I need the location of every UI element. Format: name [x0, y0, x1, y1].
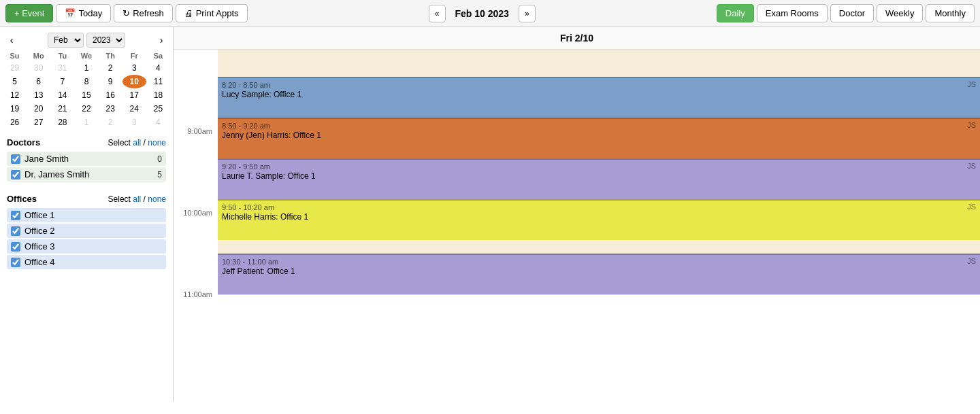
doctors-select-all-link[interactable]: all: [133, 138, 141, 148]
time-label-item: 10:00am: [183, 209, 212, 217]
year-select[interactable]: 2021 2022 2023 2024 2025: [86, 33, 125, 48]
current-date-label: Feb 10 2023: [450, 8, 514, 19]
appointment-block[interactable]: 8:20 - 8:50 amJSLucy Sample: Office 1: [218, 77, 980, 118]
cal-day-cell[interactable]: 3: [122, 116, 146, 129]
main-layout: ‹ Jan Feb Mar Apr May Jun Jul Aug Sep: [0, 27, 980, 402]
cal-day-cell[interactable]: 2: [99, 61, 122, 75]
cal-day-cell[interactable]: 23: [99, 102, 122, 116]
sidebar: ‹ Jan Feb Mar Apr May Jun Jul Aug Sep: [0, 27, 174, 402]
office-name-4: Office 4: [24, 257, 162, 267]
time-label-item: 9:00am: [187, 127, 212, 135]
day-header-tu: Tu: [50, 50, 74, 61]
cal-day-cell[interactable]: 13: [27, 88, 50, 102]
offices-title: Offices: [7, 194, 37, 204]
calendar-body: 2930311234567891011121314151617181920212…: [3, 61, 170, 129]
cal-day-cell[interactable]: 8: [74, 75, 98, 88]
toolbar-left: + Event 📅 Today ↻ Refresh 🖨 Print Appts: [5, 4, 248, 22]
day-header-sa: Sa: [146, 50, 170, 61]
cal-day-cell[interactable]: 25: [146, 102, 170, 116]
cal-day-cell[interactable]: 9: [99, 75, 122, 88]
doctors-section: Doctors Select all / none Jane Smith 0 D…: [0, 132, 173, 188]
cal-header: ‹ Jan Feb Mar Apr May Jun Jul Aug Sep: [3, 30, 170, 50]
appointment-block[interactable]: 8:50 - 9:20 amJSJenny (Jen) Harris: Offi…: [218, 118, 980, 158]
office-name-3: Office 3: [24, 241, 162, 252]
today-button[interactable]: 📅 Today: [56, 4, 111, 22]
mini-calendar-grid: Su Mo Tu We Th Fr Sa 2930311234567891011…: [3, 50, 170, 129]
cal-day-cell[interactable]: 20: [27, 102, 50, 116]
appointment-block[interactable]: 9:20 - 9:50 amJSLaurie T. Sample: Office…: [218, 158, 980, 199]
events-col: 8:20 - 8:50 amJSLucy Sample: Office 18:5…: [218, 50, 980, 294]
refresh-icon: ↻: [122, 8, 130, 18]
prev-month-button[interactable]: ‹: [4, 33, 19, 48]
cal-day-cell[interactable]: 15: [74, 88, 98, 102]
doctors-select-none-link[interactable]: none: [148, 138, 166, 148]
cal-day-cell[interactable]: 3: [122, 61, 146, 75]
offices-section: Offices Select all / none Office 1 Offic…: [0, 188, 173, 276]
view-exam-rooms-button[interactable]: Exam Rooms: [757, 4, 828, 22]
cal-day-cell[interactable]: 30: [27, 61, 50, 75]
appointment-time: 8:20 - 8:50 am: [222, 81, 270, 89]
calendar-view: Fri 2/10 9:00am10:00am11:00am 8:20 - 8:5…: [174, 27, 980, 402]
cal-day-cell[interactable]: 17: [122, 88, 146, 102]
doctor-checkbox-james-smith[interactable]: [11, 170, 20, 179]
doctor-name-jane-smith: Jane Smith: [24, 154, 153, 164]
cal-day-cell[interactable]: 18: [146, 88, 170, 102]
cal-day-cell[interactable]: 1: [74, 61, 98, 75]
office-checkbox-3[interactable]: [11, 242, 20, 252]
appointment-time: 9:20 - 9:50 am: [222, 162, 270, 171]
next-next-button[interactable]: »: [519, 5, 536, 22]
cal-day-cell[interactable]: 27: [27, 116, 50, 129]
cal-day-cell[interactable]: 14: [50, 88, 74, 102]
view-monthly-button[interactable]: Monthly: [926, 4, 975, 22]
appointment-time: 8:50 - 9:20 am: [222, 122, 270, 130]
cal-day-cell[interactable]: 5: [3, 75, 27, 88]
office-checkbox-1[interactable]: [11, 211, 20, 220]
office-item-4: Office 4: [7, 255, 166, 269]
appointment-time: 9:50 - 10:20 am: [222, 203, 274, 211]
cal-day-cell[interactable]: 16: [99, 88, 122, 102]
cal-day-cell[interactable]: 4: [146, 61, 170, 75]
next-month-button[interactable]: ›: [154, 33, 169, 48]
cal-day-cell[interactable]: 24: [122, 102, 146, 116]
add-event-button[interactable]: + Event: [5, 4, 53, 22]
office-checkbox-4[interactable]: [11, 258, 20, 267]
cal-day-cell[interactable]: 21: [50, 102, 74, 116]
cal-day-cell[interactable]: 12: [3, 88, 27, 102]
refresh-button[interactable]: ↻ Refresh: [114, 4, 173, 22]
month-select[interactable]: Jan Feb Mar Apr May Jun Jul Aug Sep Oct …: [48, 33, 84, 48]
cal-day-cell[interactable]: 29: [3, 61, 27, 75]
toolbar-center: « Feb 10 2023 »: [429, 5, 536, 22]
view-weekly-button[interactable]: Weekly: [877, 4, 923, 22]
cal-day-cell[interactable]: 19: [3, 102, 27, 116]
appointment-initials: JS: [967, 80, 976, 88]
cal-day-cell[interactable]: 22: [74, 102, 98, 116]
cal-day-cell[interactable]: 1: [74, 116, 98, 129]
doctors-header: Doctors Select all / none: [7, 137, 166, 148]
appointment-block[interactable]: 10:30 - 11:00 amJSJeff Patient: Office 1: [218, 254, 980, 294]
toolbar-right: Daily Exam Rooms Doctor Weekly Monthly: [717, 4, 975, 22]
cal-day-cell[interactable]: 6: [27, 75, 50, 88]
offices-select-all-link[interactable]: all: [133, 194, 141, 204]
office-checkbox-2[interactable]: [11, 226, 20, 236]
view-daily-button[interactable]: Daily: [717, 4, 754, 22]
cal-day-cell[interactable]: 2: [99, 116, 122, 129]
cal-day-cell[interactable]: 26: [3, 116, 27, 129]
cal-day-cell[interactable]: 11: [146, 75, 170, 88]
offices-select-none-link[interactable]: none: [148, 194, 166, 204]
doctor-checkbox-jane-smith[interactable]: [11, 154, 20, 164]
print-button[interactable]: 🖨 Print Appts: [176, 4, 248, 22]
day-header-mo: Mo: [27, 50, 50, 61]
view-doctor-button[interactable]: Doctor: [830, 4, 874, 22]
cal-day-cell[interactable]: 4: [146, 116, 170, 129]
day-header-fr: Fr: [122, 50, 146, 61]
appointment-time: 10:30 - 11:00 am: [222, 258, 278, 266]
cal-day-cell[interactable]: 31: [50, 61, 74, 75]
cal-day-cell[interactable]: 28: [50, 116, 74, 129]
time-label-item: 11:00am: [183, 290, 212, 298]
doctor-item-jane-smith: Jane Smith 0: [7, 152, 166, 166]
cal-day-cell[interactable]: 7: [50, 75, 74, 88]
cal-day-cell[interactable]: 10: [122, 75, 146, 88]
prev-prev-button[interactable]: «: [429, 5, 446, 22]
doctor-count-jane-smith: 0: [157, 154, 162, 164]
appointment-block[interactable]: 9:50 - 10:20 amJSMichelle Harris: Office…: [218, 199, 980, 240]
